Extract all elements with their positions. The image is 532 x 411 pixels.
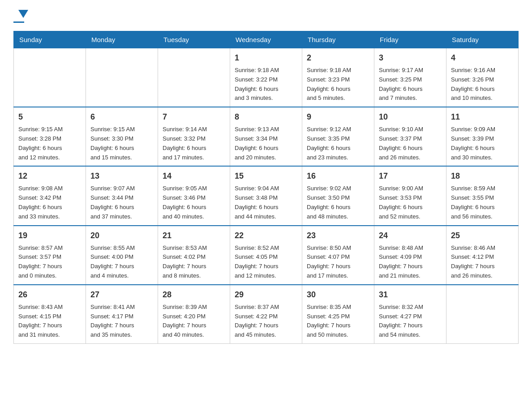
- calendar-day-21: 21Sunrise: 8:53 AM Sunset: 4:02 PM Dayli…: [158, 226, 230, 285]
- calendar-day-24: 24Sunrise: 8:48 AM Sunset: 4:09 PM Dayli…: [374, 226, 446, 285]
- day-info: Sunrise: 9:15 AM Sunset: 3:28 PM Dayligh…: [18, 125, 81, 162]
- calendar-day-18: 18Sunrise: 8:59 AM Sunset: 3:55 PM Dayli…: [446, 166, 519, 225]
- calendar-day-6: 6Sunrise: 9:15 AM Sunset: 3:30 PM Daylig…: [86, 107, 158, 166]
- day-number: 16: [307, 170, 369, 182]
- day-number: 28: [163, 289, 225, 301]
- day-info: Sunrise: 9:15 AM Sunset: 3:30 PM Dayligh…: [90, 125, 153, 162]
- day-number: 7: [163, 111, 225, 123]
- calendar-week-row: 5Sunrise: 9:15 AM Sunset: 3:28 PM Daylig…: [14, 107, 519, 166]
- calendar-day-4: 4Sunrise: 9:16 AM Sunset: 3:26 PM Daylig…: [446, 48, 519, 107]
- day-number: 27: [90, 289, 153, 301]
- day-info: Sunrise: 8:41 AM Sunset: 4:17 PM Dayligh…: [90, 303, 153, 340]
- day-number: 20: [90, 230, 153, 242]
- day-number: 23: [307, 230, 369, 242]
- calendar-week-row: 26Sunrise: 8:43 AM Sunset: 4:15 PM Dayli…: [14, 285, 519, 344]
- calendar-day-20: 20Sunrise: 8:55 AM Sunset: 4:00 PM Dayli…: [86, 226, 158, 285]
- calendar-day-27: 27Sunrise: 8:41 AM Sunset: 4:17 PM Dayli…: [86, 285, 158, 344]
- day-number: 18: [451, 170, 514, 182]
- weekday-header-saturday: Saturday: [446, 31, 519, 48]
- calendar-day-3: 3Sunrise: 9:17 AM Sunset: 3:25 PM Daylig…: [374, 48, 446, 107]
- calendar-week-row: 12Sunrise: 9:08 AM Sunset: 3:42 PM Dayli…: [14, 166, 519, 225]
- calendar-day-16: 16Sunrise: 9:02 AM Sunset: 3:50 PM Dayli…: [302, 166, 374, 225]
- day-info: Sunrise: 9:18 AM Sunset: 3:23 PM Dayligh…: [307, 66, 369, 103]
- page-header: [13, 9, 519, 23]
- day-number: 29: [235, 289, 297, 301]
- day-info: Sunrise: 9:18 AM Sunset: 3:22 PM Dayligh…: [235, 66, 297, 103]
- day-number: 17: [379, 170, 442, 182]
- calendar-day-empty: [158, 48, 230, 107]
- day-number: 9: [307, 111, 369, 123]
- day-number: 12: [18, 170, 81, 182]
- calendar-day-17: 17Sunrise: 9:00 AM Sunset: 3:53 PM Dayli…: [374, 166, 446, 225]
- day-number: 6: [90, 111, 153, 123]
- calendar-day-9: 9Sunrise: 9:12 AM Sunset: 3:35 PM Daylig…: [302, 107, 374, 166]
- day-number: 21: [163, 230, 225, 242]
- day-number: 4: [451, 52, 514, 64]
- day-info: Sunrise: 8:50 AM Sunset: 4:07 PM Dayligh…: [307, 244, 369, 281]
- calendar-day-19: 19Sunrise: 8:57 AM Sunset: 3:57 PM Dayli…: [14, 226, 86, 285]
- day-info: Sunrise: 9:09 AM Sunset: 3:39 PM Dayligh…: [451, 125, 514, 162]
- calendar-week-row: 1Sunrise: 9:18 AM Sunset: 3:22 PM Daylig…: [14, 48, 519, 107]
- day-info: Sunrise: 9:04 AM Sunset: 3:48 PM Dayligh…: [235, 184, 297, 221]
- day-info: Sunrise: 9:05 AM Sunset: 3:46 PM Dayligh…: [163, 184, 225, 221]
- weekday-header-tuesday: Tuesday: [158, 31, 230, 48]
- calendar-day-13: 13Sunrise: 9:07 AM Sunset: 3:44 PM Dayli…: [86, 166, 158, 225]
- day-info: Sunrise: 8:59 AM Sunset: 3:55 PM Dayligh…: [451, 184, 514, 221]
- day-info: Sunrise: 9:16 AM Sunset: 3:26 PM Dayligh…: [451, 66, 514, 103]
- weekday-header-friday: Friday: [374, 31, 446, 48]
- day-info: Sunrise: 9:07 AM Sunset: 3:44 PM Dayligh…: [90, 184, 153, 221]
- day-number: 22: [235, 230, 297, 242]
- logo-underline: [13, 21, 24, 23]
- calendar-table: SundayMondayTuesdayWednesdayThursdayFrid…: [13, 31, 519, 344]
- day-number: 2: [307, 52, 369, 64]
- svg-marker-0: [18, 10, 28, 18]
- calendar-day-22: 22Sunrise: 8:52 AM Sunset: 4:05 PM Dayli…: [230, 226, 302, 285]
- day-info: Sunrise: 8:55 AM Sunset: 4:00 PM Dayligh…: [90, 244, 153, 281]
- day-number: 26: [18, 289, 81, 301]
- day-number: 11: [451, 111, 514, 123]
- calendar-day-1: 1Sunrise: 9:18 AM Sunset: 3:22 PM Daylig…: [230, 48, 302, 107]
- day-info: Sunrise: 9:10 AM Sunset: 3:37 PM Dayligh…: [379, 125, 442, 162]
- day-info: Sunrise: 9:00 AM Sunset: 3:53 PM Dayligh…: [379, 184, 442, 221]
- day-info: Sunrise: 9:14 AM Sunset: 3:32 PM Dayligh…: [163, 125, 225, 162]
- day-number: 15: [235, 170, 297, 182]
- day-info: Sunrise: 9:08 AM Sunset: 3:42 PM Dayligh…: [18, 184, 81, 221]
- day-number: 3: [379, 52, 442, 64]
- logo: [13, 9, 24, 23]
- calendar-day-7: 7Sunrise: 9:14 AM Sunset: 3:32 PM Daylig…: [158, 107, 230, 166]
- day-info: Sunrise: 9:12 AM Sunset: 3:35 PM Dayligh…: [307, 125, 369, 162]
- calendar-day-empty: [14, 48, 86, 107]
- day-info: Sunrise: 8:52 AM Sunset: 4:05 PM Dayligh…: [235, 244, 297, 281]
- calendar-day-empty: [446, 285, 519, 344]
- calendar-day-2: 2Sunrise: 9:18 AM Sunset: 3:23 PM Daylig…: [302, 48, 374, 107]
- calendar-week-row: 19Sunrise: 8:57 AM Sunset: 3:57 PM Dayli…: [14, 226, 519, 285]
- day-number: 19: [18, 230, 81, 242]
- day-info: Sunrise: 8:57 AM Sunset: 3:57 PM Dayligh…: [18, 244, 81, 281]
- day-number: 13: [90, 170, 153, 182]
- day-info: Sunrise: 8:53 AM Sunset: 4:02 PM Dayligh…: [163, 244, 225, 281]
- calendar-day-8: 8Sunrise: 9:13 AM Sunset: 3:34 PM Daylig…: [230, 107, 302, 166]
- day-info: Sunrise: 8:48 AM Sunset: 4:09 PM Dayligh…: [379, 244, 442, 281]
- calendar-day-11: 11Sunrise: 9:09 AM Sunset: 3:39 PM Dayli…: [446, 107, 519, 166]
- day-number: 24: [379, 230, 442, 242]
- calendar-day-10: 10Sunrise: 9:10 AM Sunset: 3:37 PM Dayli…: [374, 107, 446, 166]
- day-info: Sunrise: 8:39 AM Sunset: 4:20 PM Dayligh…: [163, 303, 225, 340]
- calendar-day-25: 25Sunrise: 8:46 AM Sunset: 4:12 PM Dayli…: [446, 226, 519, 285]
- calendar-day-empty: [86, 48, 158, 107]
- calendar-day-30: 30Sunrise: 8:35 AM Sunset: 4:25 PM Dayli…: [302, 285, 374, 344]
- day-info: Sunrise: 8:43 AM Sunset: 4:15 PM Dayligh…: [18, 303, 81, 340]
- weekday-header-row: SundayMondayTuesdayWednesdayThursdayFrid…: [14, 31, 519, 48]
- day-number: 5: [18, 111, 81, 123]
- day-number: 31: [379, 289, 442, 301]
- day-number: 25: [451, 230, 514, 242]
- day-info: Sunrise: 8:35 AM Sunset: 4:25 PM Dayligh…: [307, 303, 369, 340]
- day-info: Sunrise: 8:46 AM Sunset: 4:12 PM Dayligh…: [451, 244, 514, 281]
- day-info: Sunrise: 9:13 AM Sunset: 3:34 PM Dayligh…: [235, 125, 297, 162]
- calendar-day-23: 23Sunrise: 8:50 AM Sunset: 4:07 PM Dayli…: [302, 226, 374, 285]
- calendar-day-31: 31Sunrise: 8:32 AM Sunset: 4:27 PM Dayli…: [374, 285, 446, 344]
- calendar-day-28: 28Sunrise: 8:39 AM Sunset: 4:20 PM Dayli…: [158, 285, 230, 344]
- day-number: 30: [307, 289, 369, 301]
- day-info: Sunrise: 9:02 AM Sunset: 3:50 PM Dayligh…: [307, 184, 369, 221]
- day-number: 1: [235, 52, 297, 64]
- weekday-header-thursday: Thursday: [302, 31, 374, 48]
